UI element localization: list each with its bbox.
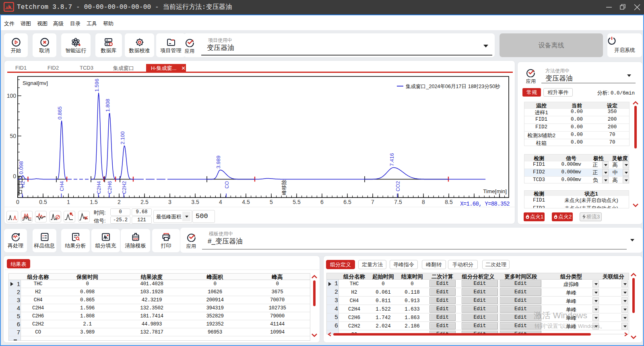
svg-text:5.5: 5.5 <box>293 199 301 205</box>
svg-text:5: 5 <box>270 199 273 205</box>
svg-text:7.5: 7.5 <box>394 199 402 205</box>
svg-text:0: 0 <box>16 199 19 205</box>
svg-text:2.5: 2.5 <box>140 199 149 205</box>
svg-text:0.865: 0.865 <box>57 106 63 119</box>
svg-text:CH4: CH4 <box>59 181 65 191</box>
svg-text:1: 1 <box>67 199 70 205</box>
svg-text:100: 100 <box>7 93 17 99</box>
svg-text:6.5: 6.5 <box>343 199 351 205</box>
svg-text:X=1.60, Y=88.352: X=1.60, Y=88.352 <box>460 201 510 207</box>
svg-text:4: 4 <box>219 199 222 205</box>
svg-text:3: 3 <box>168 199 171 205</box>
svg-text:1.596: 1.596 <box>94 78 100 92</box>
svg-text:7.416: 7.416 <box>389 153 395 166</box>
svg-text:7: 7 <box>371 199 374 205</box>
svg-text:3.989: 3.989 <box>215 155 221 169</box>
svg-text:8: 8 <box>422 199 425 205</box>
svg-text:2.100: 2.100 <box>120 131 126 144</box>
svg-text:C2H4: C2H4 <box>96 181 102 194</box>
svg-text:Signal[mv]: Signal[mv] <box>23 80 48 86</box>
svg-text:0.098: 0.098 <box>18 161 24 174</box>
svg-text:峰移除: 峰移除 <box>281 180 287 195</box>
svg-text:1.808: 1.808 <box>105 99 111 112</box>
svg-text:0: 0 <box>13 173 16 179</box>
svg-text:3.5: 3.5 <box>191 199 199 205</box>
svg-text:集成窗口_2024年06月17日 18时23分50秒: 集成窗口_2024年06月17日 18时23分50秒 <box>406 84 500 89</box>
svg-text:8.5: 8.5 <box>445 199 453 205</box>
svg-text:50: 50 <box>10 133 16 139</box>
svg-text:0.5: 0.5 <box>39 199 47 205</box>
svg-text:H2: H2 <box>20 181 26 187</box>
svg-text:C2H2: C2H2 <box>122 181 127 194</box>
svg-text:C2H6: C2H6 <box>107 181 113 194</box>
svg-text:4.5: 4.5 <box>242 199 250 205</box>
svg-text:CO: CO <box>224 181 230 189</box>
svg-text:1.5: 1.5 <box>90 199 98 205</box>
svg-text:Time[min]: Time[min] <box>483 188 507 194</box>
svg-text:CO2: CO2 <box>395 181 401 192</box>
svg-text:2: 2 <box>118 199 121 205</box>
svg-text:6: 6 <box>320 199 324 205</box>
